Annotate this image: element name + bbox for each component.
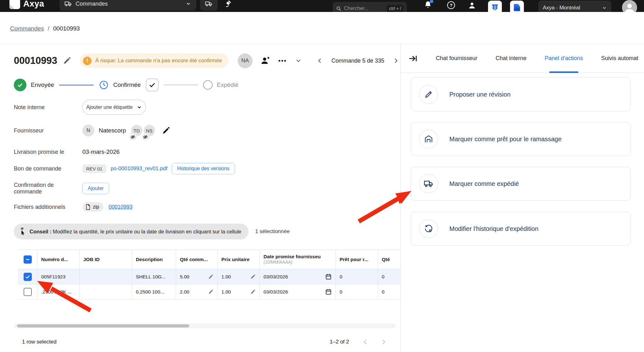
top-navbar: Axya Commandes [0, 0, 644, 12]
supplier-contact-avatar[interactable]: NS [144, 125, 155, 136]
column-header[interactable]: Description [132, 250, 176, 269]
select-all-checkbox[interactable] [24, 255, 32, 264]
tab-chat-interne[interactable]: Chat interne [496, 44, 526, 73]
contacts-button[interactable] [468, 1, 476, 9]
collapse-header-button[interactable] [295, 57, 302, 64]
auction-button[interactable] [225, 0, 233, 8]
column-header[interactable]: JOB ID [80, 250, 132, 269]
column-header-date[interactable]: Date promise fournisseu (JJ/MM/AAAA) [260, 250, 336, 269]
table-row[interactable]: 005F11923 SHELL 10G... 5.00 1.00 03/03/2… [18, 269, 400, 284]
version-history-button[interactable]: Historique des versions [172, 163, 235, 174]
zip-file-chip[interactable]: zip [82, 202, 103, 212]
action-edit-shipping-history[interactable]: Modifier l'historique d'expédition [411, 212, 631, 246]
truck-icon [205, 0, 213, 8]
action-mark-shipped[interactable]: Marquer comme expédié [411, 167, 631, 201]
page-next-button[interactable] [380, 338, 387, 346]
breadcrumb-parent-link[interactable]: Commandes [10, 25, 44, 32]
module-dropdown[interactable]: Commandes [59, 0, 196, 11]
line-items-table: Numéro d... JOB ID Description Qté comm.… [18, 249, 400, 299]
confirm-step-checkbox[interactable] [146, 79, 158, 91]
column-header[interactable]: Qté comm... [176, 250, 218, 269]
delivery-label: Livraison promise le [14, 149, 82, 155]
cell-description[interactable]: SHELL 10G... [132, 269, 176, 284]
page-prev-button[interactable] [362, 338, 369, 346]
cell-ready[interactable]: 0 [336, 269, 378, 284]
edit-supplier-button[interactable] [162, 126, 170, 135]
page-title: 00010993 [14, 55, 57, 66]
app-tile-helmet[interactable] [488, 1, 502, 12]
action-ready-for-pickup[interactable]: Marquer comme prêt pour le ramassage [411, 122, 631, 156]
price-value: 1.00 [221, 274, 231, 280]
previous-order-button[interactable] [316, 57, 323, 64]
cell-unit-price[interactable]: 1.00 [218, 269, 260, 284]
search-shortcut-badge: ctrl + / [386, 5, 404, 12]
price-value: 1.00 [221, 289, 231, 295]
org-selector-dropdown[interactable]: Axya - Montréal [538, 1, 611, 12]
shipments-button[interactable] [200, 0, 218, 11]
edit-pencil-icon[interactable] [250, 289, 256, 294]
cell-numero[interactable]: 005F11923 [37, 269, 80, 284]
table-horizontal-scrollbar[interactable] [14, 323, 396, 328]
collapse-panel-button[interactable] [408, 54, 418, 63]
row-select-cell [18, 284, 37, 299]
column-header[interactable]: Qté [378, 250, 400, 269]
next-order-button[interactable] [392, 57, 399, 64]
risk-warning-text: Á risque: La commande n'a pas encore été… [95, 58, 222, 64]
action-propose-revision[interactable]: Proposer une révision [411, 77, 631, 111]
additional-file-link[interactable]: 00010993 [108, 204, 132, 210]
supplier-contact-avatar[interactable]: TD [131, 125, 142, 136]
more-actions-button[interactable]: ••• [278, 57, 287, 64]
tab-suivis-automatiques[interactable]: Suivis automat [601, 44, 638, 73]
cell-job-id[interactable] [80, 269, 132, 284]
cell-qty[interactable]: 5.00 [176, 269, 218, 284]
column-header[interactable]: Prix unitaire [218, 250, 260, 269]
edit-pencil-icon[interactable] [208, 289, 214, 294]
brand-logo[interactable]: Axya [9, 0, 44, 9]
column-header[interactable]: Numéro d... [37, 250, 80, 269]
assignee-avatar[interactable]: NA [238, 53, 253, 68]
cell-job-id[interactable] [80, 284, 132, 299]
truck-icon [64, 0, 72, 8]
action-label: Marquer comme prêt pour le ramassage [449, 136, 562, 143]
scrollbar-thumb[interactable] [17, 324, 189, 327]
calendar-icon[interactable] [325, 273, 332, 280]
global-search-input[interactable]: Chercher... ctrl + / [333, 2, 407, 12]
cell-promise-date[interactable]: 03/03/2026 [260, 284, 336, 299]
cell-description[interactable]: 0.2500 100... [132, 284, 176, 299]
add-confirmation-button[interactable]: Ajouter [82, 183, 109, 194]
row-checkbox-unchecked[interactable] [24, 288, 32, 296]
docs-app-icon [512, 3, 522, 12]
po-file-link[interactable]: po-00010993_rev01.pdf [111, 165, 168, 172]
edit-pencil-icon[interactable] [250, 274, 256, 279]
cell-unit-price[interactable]: 1.00 [218, 284, 260, 299]
tab-panel-actions[interactable]: Panel d'actions [545, 44, 583, 73]
eye-off-icon [129, 133, 137, 141]
pagination-range: 1–2 of 2 [330, 339, 349, 345]
help-button[interactable]: ? [447, 1, 455, 9]
panel-tabbar: Chat fournisseur Chat interne Panel d'ac… [401, 44, 644, 73]
app-tile-docs[interactable] [510, 1, 524, 12]
table-row[interactable]: .2500 100K ... 0.2500 100... 2.00 1.00 0… [18, 284, 400, 299]
column-header[interactable]: Prêt pour r... [336, 250, 378, 269]
tab-chat-fournisseur[interactable]: Chat fournisseur [436, 44, 477, 73]
cell-numero[interactable]: .2500 100K ... [37, 284, 80, 299]
gavel-icon [225, 0, 233, 8]
order-pager: Commande 5 de 335 [316, 57, 399, 64]
edit-pencil-icon[interactable] [208, 274, 214, 279]
add-tag-dropdown[interactable]: Ajouter une étiquette [82, 100, 146, 115]
row-checkbox-checked[interactable] [24, 273, 32, 281]
date-value: 03/03/2026 [264, 289, 288, 295]
notifications-button[interactable] [424, 1, 432, 9]
step-shipped-radio-icon [203, 80, 213, 90]
cell-qty[interactable]: 2.00 [176, 284, 218, 299]
calendar-icon[interactable] [325, 288, 332, 295]
step-shipped-label: Expédié [217, 81, 239, 88]
edit-order-number-button[interactable] [63, 57, 71, 65]
cell-qty2[interactable]: 0 [378, 284, 400, 299]
cell-qty2[interactable]: 0 [378, 269, 400, 284]
add-collaborator-button[interactable] [261, 56, 270, 65]
eye-off-icon [142, 133, 149, 141]
brand-name: Axya [23, 0, 44, 9]
cell-promise-date[interactable]: 03/03/2026 [260, 269, 336, 284]
cell-ready[interactable]: 0 [336, 284, 378, 299]
